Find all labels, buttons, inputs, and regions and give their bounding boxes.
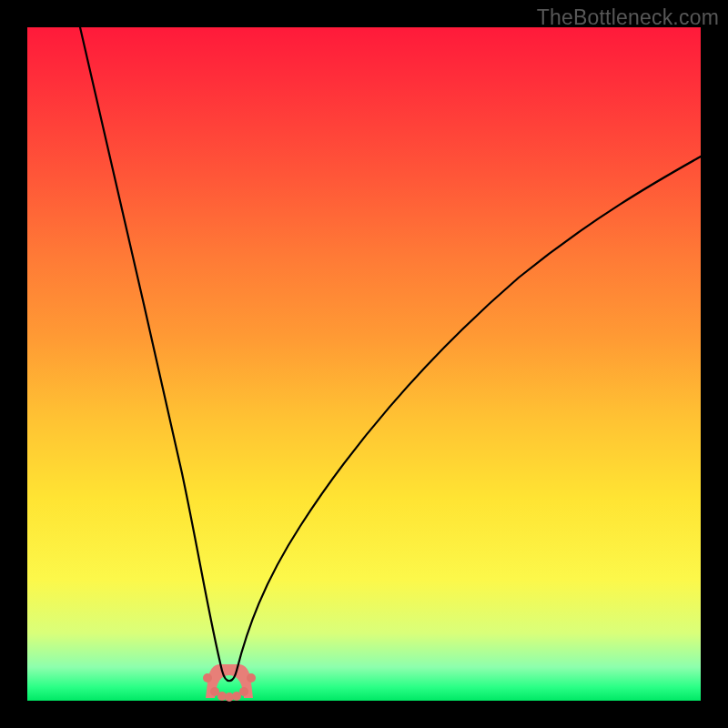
- bump-dot: [203, 673, 212, 682]
- chart-svg: [27, 27, 701, 701]
- bump-dot: [239, 687, 248, 696]
- watermark-text: TheBottleneck.com: [537, 5, 719, 30]
- bottleneck-curve: [80, 27, 701, 681]
- plot-area: [27, 27, 701, 701]
- bump-dot: [247, 673, 256, 682]
